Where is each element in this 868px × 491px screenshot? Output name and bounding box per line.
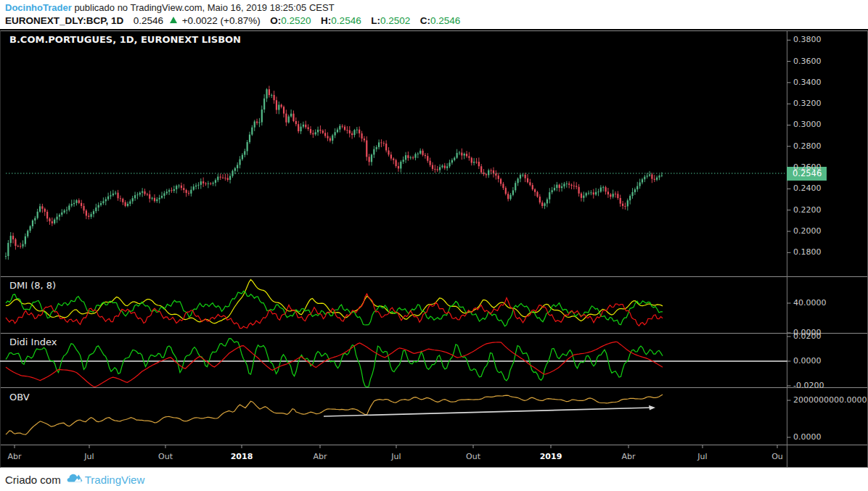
obv-trend-arrow xyxy=(649,405,655,410)
time-axis-label: Out xyxy=(466,453,480,461)
author-link[interactable]: DocinhoTrader xyxy=(5,2,72,13)
open-value: 0.2520 xyxy=(281,15,311,26)
price-change: +0.0022 (+0.87%) xyxy=(182,15,261,26)
symbol-interval: EURONEXT_DLY:BCP, 1D xyxy=(5,15,123,26)
price-axis-label: 0.3800 xyxy=(793,36,822,44)
didi-axis-label: 0.0000 xyxy=(793,357,822,366)
didi-didislow-line xyxy=(6,342,663,387)
time-axis-year-label: 2019 xyxy=(540,453,562,461)
time-axis-label: Jul xyxy=(697,453,707,461)
price-axis-label: 0.3400 xyxy=(793,78,822,87)
chart-area: B.COM.PORTUGUES, 1D, EURONEXT LISBON DMI… xyxy=(0,29,868,468)
obv-axis-label: 0.0000 xyxy=(793,433,822,442)
price-axis-label: 0.3000 xyxy=(793,120,822,129)
time-axis-label: Jul xyxy=(391,453,401,461)
dmi-pane-title: DMI (8, 8) xyxy=(9,280,56,291)
chart-canvas[interactable] xyxy=(0,29,868,468)
tradingview-snapshot: DocinhoTrader publicado no TradingView.c… xyxy=(0,0,868,491)
low-label: L: xyxy=(371,15,380,26)
dmi-di-line xyxy=(6,294,663,329)
publish-line: DocinhoTrader publicado no TradingView.c… xyxy=(5,1,460,15)
publish-info: publicado no TradingView.com, Maio 16, 2… xyxy=(74,2,334,13)
close-label: C: xyxy=(420,15,430,26)
tradingview-brand-link[interactable]: TradingView xyxy=(85,474,145,486)
price-axis-label: 0.2800 xyxy=(793,142,822,151)
didi-axis-label: -0.0200 xyxy=(793,381,824,390)
price-axis-label: 0.2400 xyxy=(793,184,822,193)
obv-pane-title: OBV xyxy=(9,392,30,403)
main-pane-title: B.COM.PORTUGUES, 1D, EURONEXT LISBON xyxy=(9,34,241,45)
low-value: 0.2502 xyxy=(380,15,410,26)
snapshot-footer: Criado com TradingView xyxy=(0,468,868,491)
last-price: 0.2546 xyxy=(134,15,163,26)
time-axis-label: Ou xyxy=(771,453,783,461)
up-arrow-icon xyxy=(170,17,177,23)
price-axis-label: 0.2000 xyxy=(793,227,822,236)
snapshot-header: DocinhoTrader publicado no TradingView.c… xyxy=(5,1,460,28)
didi-pane-title: Didi Index xyxy=(9,337,57,347)
price-axis-label: 0.1800 xyxy=(793,248,822,257)
time-axis-label: Abr xyxy=(313,453,327,461)
price-axis-label: 0.2200 xyxy=(793,206,822,215)
high-label: H: xyxy=(321,15,331,26)
open-label: O: xyxy=(270,15,281,26)
time-axis-year-label: 2018 xyxy=(231,453,253,461)
price-axis-label: 0.3600 xyxy=(793,57,822,66)
obv-obv-line xyxy=(6,395,663,434)
obv-axis-label: 2000000000.0000 xyxy=(793,396,867,405)
didi-axis-label: 0.0200 xyxy=(793,332,822,341)
tradingview-logo-icon[interactable] xyxy=(67,472,83,487)
symbol-line: EURONEXT_DLY:BCP, 1D 0.2546 +0.0022 (+0.… xyxy=(5,15,460,28)
dmi-di-line xyxy=(6,291,663,326)
time-axis-label: Abr xyxy=(621,453,635,461)
time-axis-label: Jul xyxy=(84,453,94,461)
close-value: 0.2546 xyxy=(430,15,460,26)
price-axis-label: 0.2600 xyxy=(793,163,822,172)
time-axis-label: Abr xyxy=(7,453,21,461)
dmi-axis-label: 40.0000 xyxy=(793,299,827,308)
price-axis-label: 0.3200 xyxy=(793,99,822,108)
created-with-text: Criado com xyxy=(5,474,61,486)
high-value: 0.2546 xyxy=(331,15,361,26)
time-axis-label: Out xyxy=(158,453,173,461)
